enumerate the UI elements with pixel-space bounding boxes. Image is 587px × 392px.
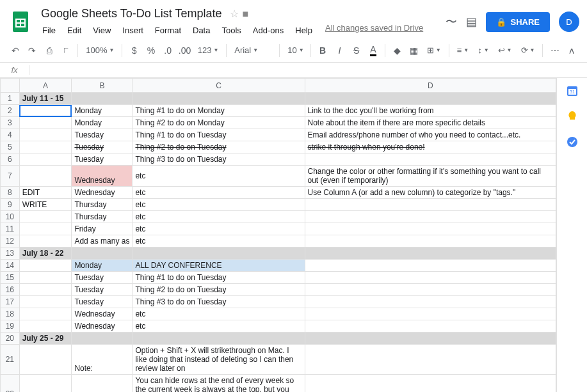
move-folder-icon[interactable]: ■ <box>243 8 249 20</box>
row-header[interactable]: 9 <box>1 199 20 211</box>
row-header[interactable]: 18 <box>1 308 20 320</box>
cell[interactable] <box>19 375 72 393</box>
vertical-align-dropdown[interactable]: ↕▼ <box>474 45 492 55</box>
menu-help[interactable]: Help <box>290 23 318 38</box>
paint-format-button[interactable]: ⟌ <box>58 42 74 59</box>
undo-button[interactable]: ↶ <box>8 42 23 59</box>
cell[interactable] <box>19 211 72 223</box>
cell[interactable]: Note: <box>72 345 133 375</box>
strikethrough-button[interactable]: S <box>349 42 364 59</box>
changes-saved-text[interactable]: All changes saved in Drive <box>325 23 423 38</box>
cell[interactable] <box>19 345 72 375</box>
menu-tools[interactable]: Tools <box>216 23 246 38</box>
cell[interactable] <box>305 223 556 235</box>
column-header-D[interactable]: D <box>305 79 556 93</box>
cell[interactable]: You can hide rows at the end of every we… <box>133 375 305 393</box>
row-header[interactable]: 22 <box>1 375 20 393</box>
cell[interactable] <box>305 93 556 105</box>
row-header[interactable]: 1 <box>1 93 20 105</box>
menu-view[interactable]: View <box>88 23 116 38</box>
cell[interactable] <box>19 260 72 272</box>
cell[interactable] <box>19 296 72 308</box>
cell[interactable] <box>305 333 556 345</box>
cell[interactable]: etc <box>133 166 305 187</box>
print-button[interactable]: ⎙ <box>42 42 57 59</box>
row-header[interactable]: 6 <box>1 153 20 166</box>
borders-button[interactable]: ▦ <box>406 42 421 59</box>
cell[interactable] <box>305 272 556 284</box>
calendar-addon-icon[interactable]: 31 <box>566 84 579 97</box>
cell[interactable] <box>305 296 556 308</box>
cell[interactable]: Wednesday <box>72 187 133 199</box>
cell[interactable]: Thing #3 to do on Tuesday <box>133 153 305 166</box>
cell[interactable] <box>19 223 72 235</box>
cell[interactable]: Thing #2 to do on Tuesday <box>133 284 305 296</box>
cell[interactable] <box>133 93 305 105</box>
cell[interactable]: July 18 - 22 <box>19 247 72 260</box>
column-header-B[interactable]: B <box>72 79 133 93</box>
cell[interactable]: Monday <box>72 117 133 129</box>
cell[interactable] <box>305 211 556 223</box>
cell[interactable]: Tuesday <box>72 272 133 284</box>
cell[interactable]: Thing #1 to do on Monday <box>133 105 305 117</box>
cell[interactable] <box>305 345 556 375</box>
cell[interactable]: Monday <box>72 105 133 117</box>
row-header[interactable]: 15 <box>1 272 20 284</box>
bold-button[interactable]: B <box>315 42 330 59</box>
cell[interactable] <box>305 247 556 260</box>
menu-format[interactable]: Format <box>150 23 186 38</box>
cell[interactable] <box>133 333 305 345</box>
star-icon[interactable]: ☆ <box>230 8 239 20</box>
row-header[interactable]: 8 <box>1 187 20 199</box>
row-header[interactable]: 16 <box>1 284 20 296</box>
cell[interactable]: etc <box>133 320 305 333</box>
cell[interactable]: Thing #1 to do on Tuesday <box>133 129 305 141</box>
cell[interactable]: Email address/phone number of who you ne… <box>305 129 556 141</box>
cell[interactable] <box>19 129 72 141</box>
cell[interactable]: EDIT <box>19 187 72 199</box>
cell[interactable] <box>305 320 556 333</box>
menu-file[interactable]: File <box>37 23 61 38</box>
cell[interactable]: Link to the doc you'll be working from <box>305 105 556 117</box>
cell[interactable]: Thing #2 to do on Monday <box>133 117 305 129</box>
column-header-A[interactable]: A <box>19 79 72 93</box>
row-header[interactable]: 19 <box>1 320 20 333</box>
merge-cells-dropdown[interactable]: ⊞▼ <box>423 45 445 55</box>
menu-insert[interactable]: Insert <box>117 23 149 38</box>
cell[interactable]: July 11 - 15 <box>19 93 72 105</box>
keep-addon-icon[interactable] <box>566 110 579 123</box>
text-rotation-dropdown[interactable]: ⟳▼ <box>517 45 539 55</box>
cell[interactable] <box>133 247 305 260</box>
row-header[interactable]: 7 <box>1 166 20 187</box>
row-header[interactable]: 2 <box>1 105 20 117</box>
row-header[interactable]: 3 <box>1 117 20 129</box>
font-size-dropdown[interactable]: 10▼ <box>284 45 307 55</box>
horizontal-align-dropdown[interactable]: ≡▼ <box>453 45 473 55</box>
redo-button[interactable]: ↷ <box>24 42 40 59</box>
cell[interactable]: WRITE <box>19 199 72 211</box>
decrease-decimal-button[interactable]: .0 <box>160 42 175 59</box>
share-button[interactable]: 🔒 SHARE <box>486 12 550 32</box>
cell[interactable] <box>19 153 72 166</box>
menu-addons[interactable]: Add-ons <box>248 23 289 38</box>
cell[interactable]: Use Column A (or add a new column) to ca… <box>305 187 556 199</box>
row-header[interactable]: 5 <box>1 141 20 153</box>
cell[interactable]: Thing #3 to do on Tuesday <box>133 296 305 308</box>
cell[interactable] <box>72 333 133 345</box>
cell[interactable] <box>72 247 133 260</box>
format-percent-button[interactable]: % <box>143 42 159 59</box>
more-toolbar-button[interactable]: ⋯ <box>547 42 562 59</box>
row-header[interactable]: 20 <box>1 333 20 345</box>
zoom-dropdown[interactable]: 100%▼ <box>82 45 118 55</box>
cell[interactable]: etc <box>133 223 305 235</box>
menu-edit[interactable]: Edit <box>62 23 86 38</box>
cell[interactable]: Thing #2 to do on Tuesday <box>133 141 305 153</box>
cell[interactable] <box>305 199 556 211</box>
cell[interactable] <box>305 260 556 272</box>
account-avatar[interactable]: D <box>559 12 579 32</box>
number-format-dropdown[interactable]: 123▼ <box>194 45 223 55</box>
cell[interactable]: Add as many as <box>72 235 133 247</box>
cell[interactable]: etc <box>133 235 305 247</box>
cell[interactable] <box>305 153 556 166</box>
row-header[interactable]: 12 <box>1 235 20 247</box>
